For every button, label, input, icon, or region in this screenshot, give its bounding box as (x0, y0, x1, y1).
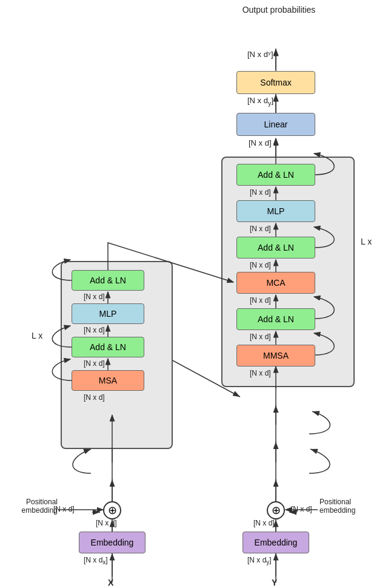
enc-nd2-label: [N x d] (250, 225, 271, 233)
encoder-mmsa-box: MMSA (236, 345, 315, 367)
encoder-add-ln-top-box: Add & LN (236, 164, 315, 186)
output-probabilities-label: Output probabilities (230, 5, 327, 15)
n-dy-top-label: [N x dʸ] (247, 50, 273, 59)
encoder-mca-box: MCA (236, 272, 315, 294)
n-dx-label: [N x dx] (84, 556, 108, 566)
encoder-mlp-box: MLP (236, 200, 315, 222)
decoder-add-ln-bot-box: Add & LN (72, 337, 144, 357)
y-nd-right-label: [N x d] (291, 505, 312, 513)
dec-nd3-label: [N x d] (84, 359, 105, 368)
embedding-y-box: Embedding (242, 532, 309, 553)
enc-nd4-label: [N x d] (250, 296, 271, 305)
pos-emb-left-label: Positionalembedding (12, 498, 58, 515)
enc-nd6-label: [N x d] (250, 369, 271, 377)
enc-nd5-label: [N x d] (250, 333, 271, 341)
dec-nd2-label: [N x d] (84, 326, 105, 334)
dec-nd4-label: [N x d] (84, 393, 105, 402)
encoder-add-ln-bot-box: Add & LN (236, 308, 315, 330)
enc-nd1-label: [N x d] (250, 188, 271, 197)
encoder-add-ln-mid-box: Add & LN (236, 237, 315, 259)
lx-encoder-label: L x (361, 237, 372, 246)
pos-emb-right-label: Positionalembedding (319, 498, 371, 515)
n-dy-mid-label: [N x dy] (247, 96, 273, 107)
embedding-x-box: Embedding (79, 532, 146, 553)
lx-decoder-label: L x (32, 331, 42, 340)
x-plus-circle: ⊕ (103, 501, 121, 519)
y-plus-circle: ⊕ (267, 501, 285, 519)
y-nd-left-label: [N x d] (253, 519, 275, 527)
softmax-box: Softmax (236, 71, 315, 94)
y-input-label: Y (272, 578, 277, 587)
decoder-msa-box: MSA (72, 370, 144, 391)
x-nd-right-label: [N x d] (96, 519, 117, 527)
diagram: Output probabilities [N x dʸ] Softmax [N… (0, 0, 388, 588)
enc-nd3-label: [N x d] (250, 261, 271, 269)
n-dy-emb-label: [N x dy] (247, 556, 272, 566)
x-input-label: X (108, 578, 113, 587)
decoder-add-ln-top-box: Add & LN (72, 270, 144, 291)
n-d-linear-label: [N x d] (249, 138, 272, 147)
dec-nd1-label: [N x d] (84, 292, 105, 301)
linear-box: Linear (236, 113, 315, 136)
decoder-mlp-box: MLP (72, 303, 144, 324)
